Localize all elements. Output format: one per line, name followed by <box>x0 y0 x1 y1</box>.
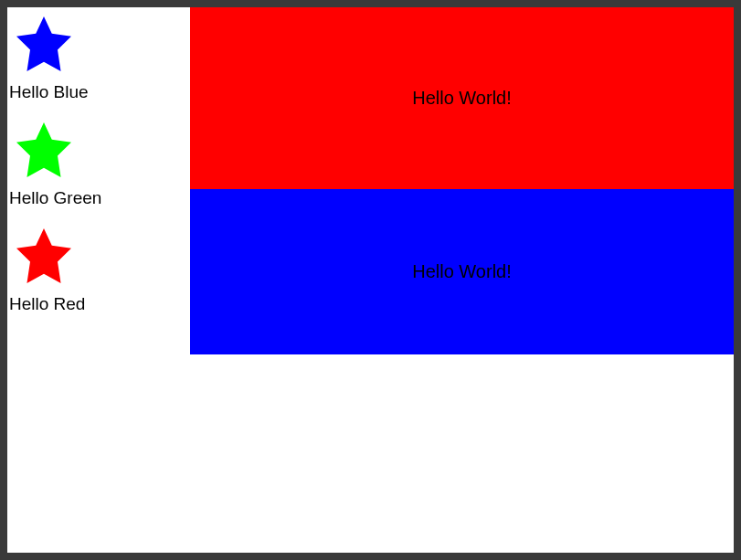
star-label-blue: Hello Blue <box>9 82 190 102</box>
panel-blue-text: Hello World! <box>412 261 512 282</box>
panel-red-text: Hello World! <box>412 88 512 109</box>
list-item: Hello Blue <box>7 11 190 102</box>
sidebar: Hello Blue Hello Green Hello Red <box>7 7 190 329</box>
star-icon-green <box>11 117 190 186</box>
panel-red: Hello World! <box>190 7 734 189</box>
panel-blue: Hello World! <box>190 189 734 354</box>
list-item: Hello Red <box>7 223 190 314</box>
star-label-red: Hello Red <box>9 294 190 314</box>
star-icon-blue <box>11 11 190 80</box>
star-label-green: Hello Green <box>9 188 190 208</box>
canvas: Hello Blue Hello Green Hello Red Hello W… <box>7 7 734 553</box>
star-icon-red <box>11 223 190 292</box>
list-item: Hello Green <box>7 117 190 208</box>
